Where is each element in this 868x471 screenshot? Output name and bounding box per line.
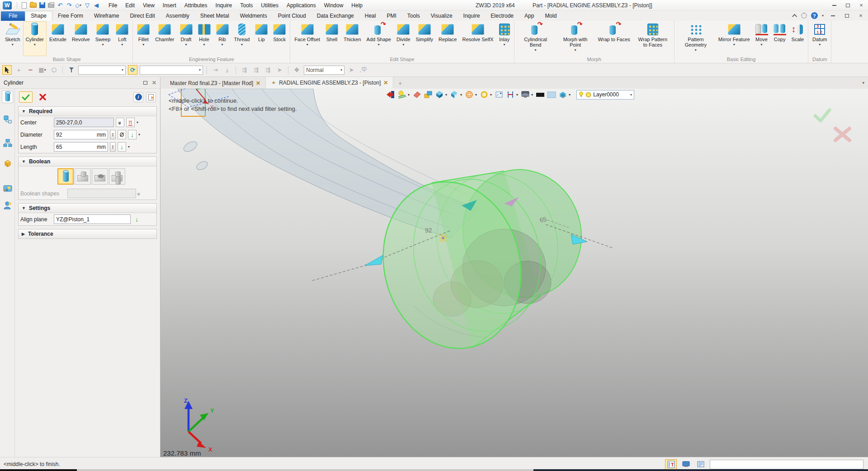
- cancel-button[interactable]: [36, 91, 49, 103]
- lasso-icon[interactable]: ⬡: [49, 65, 59, 75]
- draft-button[interactable]: Draft▾: [177, 21, 195, 56]
- dropdown-arrow-icon[interactable]: ▾: [402, 43, 404, 47]
- dropdown-arrow-icon[interactable]: ▾: [12, 43, 14, 47]
- tab-sheet-metal[interactable]: Sheet Metal: [195, 11, 235, 21]
- hole-button[interactable]: Hole▾: [195, 21, 213, 56]
- menubar-item[interactable]: View: [139, 1, 159, 10]
- inlay-button[interactable]: Inlay▾: [496, 21, 513, 56]
- boolean-shapes-expand-icon[interactable]: »: [136, 192, 142, 195]
- dropdown-arrow-icon[interactable]: ▾: [445, 93, 447, 97]
- add-shape-button[interactable]: Add Shape▾: [364, 21, 394, 56]
- dropdown-arrow-icon[interactable]: ▾: [695, 48, 697, 52]
- panel-float-icon[interactable]: [143, 81, 147, 85]
- required-section-header[interactable]: ▼ Required: [19, 107, 156, 116]
- boolean-intersect-button[interactable]: [109, 168, 125, 185]
- menubar-item[interactable]: Help: [347, 1, 367, 10]
- boolean-base-button[interactable]: [57, 168, 74, 185]
- tab-close-icon[interactable]: ✕: [383, 80, 388, 86]
- tab-direct-edit[interactable]: Direct Edit: [124, 11, 160, 21]
- zoom-window-icon[interactable]: [494, 90, 504, 100]
- new-file-icon[interactable]: [19, 1, 28, 10]
- snap-combo[interactable]: Normal▾: [304, 66, 344, 75]
- center-expand-button[interactable]: »: [116, 118, 124, 127]
- cylindrical-bend-button[interactable]: Cylindrical Bend▾: [516, 21, 556, 56]
- doc-restore-button[interactable]: [842, 12, 852, 19]
- lip-button[interactable]: Lip▾: [252, 21, 270, 56]
- dropdown-arrow-icon[interactable]: ▾: [307, 43, 308, 47]
- history-tree-icon[interactable]: [2, 137, 13, 150]
- center-input[interactable]: 250-27,0,0: [54, 118, 114, 127]
- tab-heal[interactable]: Heal: [359, 11, 382, 21]
- diameter-spinner[interactable]: ▲▼: [110, 130, 116, 139]
- tab-wireframe[interactable]: Wireframe: [89, 11, 124, 21]
- boolean-remove-button[interactable]: [92, 168, 108, 185]
- viewport-3d[interactable]: 92 65 X: [160, 89, 868, 457]
- scale-button[interactable]: Scale▾: [789, 21, 807, 56]
- tab-assembly[interactable]: Assembly: [160, 11, 195, 21]
- dropdown-arrow-icon[interactable]: ▾: [569, 93, 571, 97]
- menubar-item[interactable]: File: [104, 1, 121, 10]
- tab-list-chevron[interactable]: ▾: [862, 81, 864, 85]
- tab-visualize[interactable]: Visualize: [425, 11, 458, 21]
- replace-button[interactable]: Replace▾: [436, 21, 459, 56]
- pick-point-icon[interactable]: ➤: [347, 65, 356, 75]
- loft-button[interactable]: Loft▾: [113, 21, 131, 56]
- ok-button[interactable]: [19, 91, 33, 103]
- sketch-button[interactable]: Sketch▾: [2, 21, 23, 56]
- print-icon[interactable]: [47, 1, 56, 10]
- menubar-item[interactable]: Utilities: [257, 1, 283, 10]
- flip-page-button[interactable]: [146, 92, 156, 102]
- boolean-add-button[interactable]: [75, 168, 91, 185]
- fillet-button[interactable]: Fillet▾: [134, 21, 152, 56]
- dropdown-arrow-icon[interactable]: ▾: [121, 43, 123, 47]
- snap-mode-icon[interactable]: ✥: [292, 65, 302, 75]
- blue-swatch[interactable]: [547, 90, 557, 100]
- dropdown-arrow-icon[interactable]: ▾: [535, 48, 537, 52]
- menubar-item[interactable]: Inquire: [212, 1, 236, 10]
- stock-button[interactable]: Stock▾: [270, 21, 288, 56]
- layer-combo[interactable]: Layer0000 ▾: [576, 90, 634, 100]
- view-orient-icon[interactable]: ◇▾: [74, 1, 83, 10]
- settings-section-header[interactable]: ▼ Settings: [19, 204, 156, 213]
- datum-button[interactable]: Datum▾: [810, 21, 830, 56]
- window-minimize-button[interactable]: [829, 1, 839, 9]
- move-button[interactable]: Move▾: [753, 21, 771, 56]
- length-pick-dropdown-icon[interactable]: ▾: [128, 145, 130, 149]
- wireframe-sphere-icon[interactable]: [464, 90, 474, 100]
- pick-list-icon[interactable]: ▦▾: [38, 65, 47, 75]
- background-settings-icon[interactable]: [520, 90, 530, 100]
- select-ring-icon[interactable]: [479, 90, 489, 100]
- dropdown-arrow-icon[interactable]: ▾: [221, 43, 223, 47]
- simplify-button[interactable]: Simplify▾: [413, 21, 436, 56]
- tab-app[interactable]: App: [519, 11, 539, 21]
- thicken-button[interactable]: Thicken▾: [341, 21, 364, 56]
- prompt-toggle-button[interactable]: T: [665, 459, 677, 470]
- sort-b-icon[interactable]: ⇶: [251, 65, 261, 75]
- dropdown-arrow-icon[interactable]: ▾: [475, 93, 477, 97]
- tab-tools[interactable]: Tools: [402, 11, 425, 21]
- point-input-dropdown-icon[interactable]: ▾: [137, 120, 138, 124]
- help-icon[interactable]: ?: [811, 12, 818, 19]
- refresh-input-icon[interactable]: ⟳: [128, 65, 137, 75]
- menubar-item[interactable]: Applications: [283, 1, 320, 10]
- sort-c-icon[interactable]: ⇶: [263, 65, 273, 75]
- save-icon[interactable]: [38, 1, 47, 10]
- dropdown-arrow-icon[interactable]: ▾: [490, 93, 492, 97]
- display-info-button[interactable]: [680, 459, 692, 470]
- menubar-item[interactable]: Tools: [236, 1, 257, 10]
- shade-mode-icon[interactable]: [434, 90, 444, 100]
- tab-weldments[interactable]: Weldments: [235, 11, 273, 21]
- settings-gear-icon[interactable]: [801, 13, 807, 19]
- exit-command-icon[interactable]: [386, 90, 396, 100]
- sort-a-icon[interactable]: ⇶: [240, 65, 249, 75]
- dropdown-arrow-icon[interactable]: ▾: [102, 43, 104, 47]
- copy-button[interactable]: Copy▾: [771, 21, 789, 56]
- cursor-gray-icon[interactable]: ➤: [275, 65, 284, 75]
- new-tab-button[interactable]: ＋: [393, 78, 406, 89]
- remove-entity-icon[interactable]: ━: [26, 65, 35, 75]
- length-spinner[interactable]: ▲▼: [110, 142, 116, 152]
- face-display-icon[interactable]: [558, 90, 568, 100]
- boolean-section-header[interactable]: ▼ Boolean: [19, 157, 156, 167]
- erase-icon[interactable]: [412, 90, 422, 100]
- render-manager-icon[interactable]: [2, 182, 13, 195]
